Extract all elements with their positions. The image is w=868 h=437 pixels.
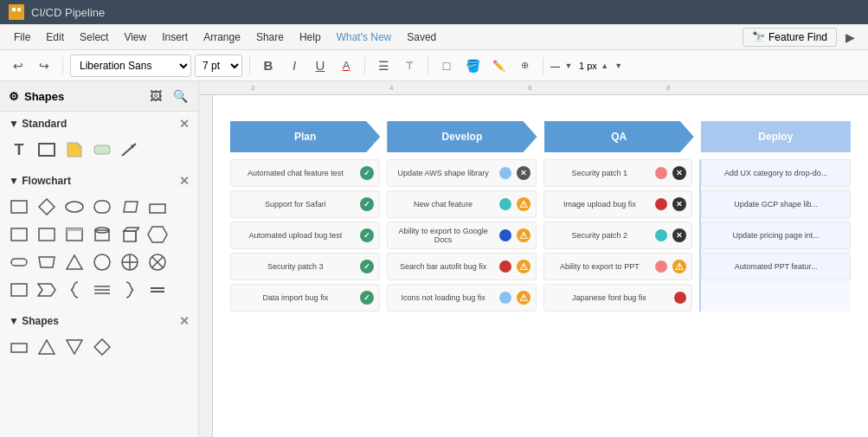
fc-cube[interactable] — [118, 222, 142, 247]
fc-parallelogram[interactable] — [118, 195, 142, 219]
fc-brace[interactable] — [62, 278, 87, 302]
line-width-down[interactable]: ▼ — [613, 55, 625, 77]
shape-arrow-line[interactable] — [118, 138, 142, 162]
fc-rect[interactable] — [7, 195, 31, 219]
fill-button[interactable]: 🪣 — [461, 55, 484, 77]
pipeline-header-deploy: Deploy — [701, 121, 851, 152]
undo-button[interactable]: ↩ — [7, 55, 29, 77]
line-style-dropdown[interactable]: ▼ — [562, 55, 575, 77]
pipeline-header-plan: Plan — [230, 121, 380, 152]
status-dot — [499, 167, 511, 179]
font-size-select[interactable]: 7 pt — [195, 55, 242, 77]
s-triangle-up[interactable] — [35, 335, 59, 359]
canvas-content: Plan Develop QA Deploy — [213, 95, 868, 437]
ruler-top: 2 4 6 8 — [199, 81, 868, 95]
s-rect[interactable] — [7, 335, 31, 359]
task-row: Update pricing page int... — [701, 222, 851, 249]
fc-equals[interactable] — [145, 278, 170, 302]
task-row: Image upload bug fix ✕ — [543, 190, 693, 218]
status-check: ✓ — [360, 197, 374, 211]
titlebar: CI/CD Pipeline — [0, 0, 868, 24]
expand-button[interactable]: ▶ — [839, 26, 861, 48]
section-standard-toggle[interactable]: ▼ Standard — [9, 118, 67, 130]
search-icon[interactable]: 🔍 — [170, 87, 190, 106]
status-dot — [499, 198, 511, 210]
fc-rect2[interactable] — [7, 222, 31, 247]
section-flowchart-close[interactable]: ✕ — [179, 174, 190, 188]
fc-ellipse[interactable] — [62, 195, 87, 219]
font-name-select[interactable]: Liberation Sans — [70, 55, 191, 77]
font-color-button[interactable]: A — [335, 55, 357, 77]
sidebar-icons: 🖼 🔍 — [146, 87, 190, 106]
status-x: ✕ — [517, 166, 530, 180]
svg-marker-44 — [94, 339, 110, 355]
shape-rounded-rect[interactable] — [90, 138, 114, 162]
redo-button[interactable]: ↪ — [33, 55, 55, 77]
menu-help[interactable]: Help — [293, 29, 328, 46]
section-flowchart-toggle[interactable]: ▼ Flowchart — [9, 175, 71, 187]
s-diamond[interactable] — [90, 335, 114, 359]
shape-button[interactable]: □ — [435, 55, 458, 77]
fc-brace2[interactable] — [118, 278, 142, 302]
align-right-button[interactable]: ⊤ — [398, 55, 421, 77]
fc-rect3[interactable] — [35, 222, 59, 247]
task-row: Ability to export to Google Docs ⚠ — [387, 222, 537, 249]
svg-rect-34 — [11, 284, 27, 296]
menu-arrange[interactable]: Arrange — [196, 29, 248, 46]
shape-text[interactable]: T — [7, 138, 31, 162]
menu-edit[interactable]: Edit — [39, 29, 71, 46]
line-color-button[interactable]: ✏️ — [487, 55, 510, 77]
menu-saved[interactable]: Saved — [400, 29, 443, 46]
fc-chevron[interactable] — [35, 278, 59, 302]
section-shapes-toggle[interactable]: ▼ Shapes — [9, 315, 59, 327]
svg-rect-2 — [17, 8, 21, 11]
italic-button[interactable]: I — [283, 55, 305, 77]
status-warning: ⚠ — [517, 197, 530, 211]
fc-cylinder[interactable] — [90, 222, 114, 247]
connection-button[interactable]: ⊕ — [513, 55, 536, 77]
fc-circle[interactable] — [90, 250, 114, 274]
menu-whats-new[interactable]: What's New — [330, 29, 399, 46]
bold-button[interactable]: B — [257, 55, 280, 77]
fc-triangle[interactable] — [62, 250, 87, 274]
fc-rect4[interactable] — [62, 222, 87, 247]
underline-button[interactable]: U — [309, 55, 331, 77]
standard-shapes: T — [0, 134, 198, 169]
task-row: Ability to export to PPT ⚠ — [543, 253, 693, 280]
fc-rect5[interactable] — [7, 278, 31, 302]
col-deploy: Add UX category to drop-do... Update GCP… — [699, 159, 851, 312]
fc-trapezoid[interactable] — [35, 250, 59, 274]
fc-diamond[interactable] — [35, 195, 59, 219]
separator-4 — [428, 57, 428, 74]
fc-lines[interactable] — [90, 278, 114, 302]
menu-select[interactable]: Select — [73, 29, 115, 46]
image-icon[interactable]: 🖼 — [146, 87, 165, 106]
svg-marker-42 — [39, 340, 55, 354]
menu-view[interactable]: View — [117, 29, 153, 46]
svg-rect-20 — [124, 231, 136, 241]
align-left-button[interactable]: ☰ — [372, 55, 395, 77]
fc-rounded[interactable] — [90, 195, 114, 219]
fc-hexagon[interactable] — [145, 222, 170, 247]
menu-share[interactable]: Share — [249, 29, 291, 46]
toolbar: ↩ ↪ Liberation Sans 7 pt B I U A ☰ ⊤ □ 🪣… — [0, 50, 868, 81]
menu-file[interactable]: File — [7, 29, 37, 46]
section-shapes-close[interactable]: ✕ — [179, 314, 190, 328]
feature-find-label: Feature Find — [768, 31, 827, 43]
feature-find-button[interactable]: 🔭 Feature Find — [743, 28, 837, 47]
menu-insert[interactable]: Insert — [155, 29, 195, 46]
section-standard-close[interactable]: ✕ — [179, 117, 190, 131]
line-width-up[interactable]: ▲ — [599, 55, 611, 77]
fc-cross[interactable] — [118, 250, 142, 274]
svg-marker-25 — [39, 257, 55, 267]
separator-2 — [249, 57, 250, 74]
canvas-area: 2 4 6 8 Plan Develop QA — [199, 81, 868, 437]
fc-pentagon[interactable] — [145, 195, 170, 219]
fc-rounded2[interactable] — [7, 250, 31, 274]
shape-note[interactable] — [62, 138, 87, 162]
svg-marker-21 — [124, 228, 139, 231]
fc-x-circle[interactable] — [145, 250, 170, 274]
s-triangle2[interactable] — [62, 335, 87, 359]
svg-marker-9 — [39, 199, 55, 215]
shape-rect[interactable] — [35, 138, 59, 162]
